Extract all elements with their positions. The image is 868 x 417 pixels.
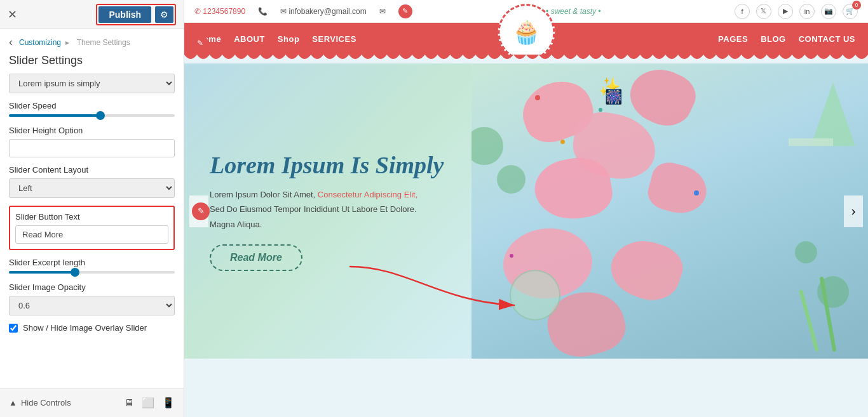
tablet-icon[interactable]: ⬜ (142, 397, 154, 409)
bottom-bar: ▲ Hide Controls 🖥 ⬜ 📱 (0, 388, 184, 417)
slider-opacity-dropdown[interactable]: 0.6 (9, 296, 175, 315)
sprinkle-1 (535, 95, 540, 100)
close-button[interactable]: ✕ (8, 8, 17, 22)
email-icon: ✉ (379, 7, 386, 16)
logo-circle: 🧁 (498, 4, 555, 61)
overlay-checkbox[interactable] (9, 324, 18, 333)
sprinkle-3 (560, 140, 565, 144)
youtube-icon[interactable]: ▶ (778, 4, 793, 19)
site-nav-wrapper: Home ABOUT Shop SERVICES 🧁 • BAKERY • (184, 23, 868, 63)
instagram-icon[interactable]: 📷 (821, 4, 836, 19)
slider-height-input[interactable] (9, 139, 175, 157)
desktop-icon[interactable]: 🖥 (124, 397, 134, 409)
twitter-icon[interactable]: 𝕏 (756, 4, 771, 19)
breadcrumb: Customizing ▸ Theme Settings (19, 38, 133, 47)
panel-scroll-area[interactable]: Lorem ipsum is simply Slider Speed Slide… (0, 74, 184, 388)
cart-icon[interactable]: 🛒 0 (843, 4, 858, 19)
publish-button[interactable]: Publish (98, 6, 151, 23)
slider-layout-dropdown[interactable]: Left (9, 178, 175, 198)
panel-title: Slider Settings (0, 51, 184, 74)
nav-pages[interactable]: PAGES (718, 34, 748, 44)
breadcrumb-separator: ▸ (65, 38, 71, 47)
slider-speed-container: Slider Speed (9, 101, 175, 117)
slider-background: ✨ 🎆 Lorem Ipsum Is Simply Lorem Ipsum Do… (184, 63, 868, 359)
slider-button-label: Slider Button Text (15, 212, 168, 222)
cake-image-area: ✨ 🎆 (471, 63, 868, 359)
slider-excerpt-container: Slider Excerpt length (9, 258, 175, 274)
sprinkle-2 (599, 108, 602, 112)
firework-icon: 🎆 (605, 89, 622, 105)
sprinkle-4 (694, 190, 699, 195)
slider-button-section: Slider Button Text (9, 206, 175, 250)
hide-controls-button[interactable]: ▲ Hide Controls (9, 398, 71, 407)
green-circle-4 (795, 241, 817, 263)
linkedin-icon[interactable]: in (799, 4, 815, 19)
slider-speed-fill (9, 114, 100, 117)
hide-controls-label: Hide Controls (21, 398, 71, 407)
mobile-icon[interactable]: 📱 (162, 397, 175, 409)
site-email: ✉ infobakery@gmail.com (280, 7, 367, 16)
nav-services[interactable]: SERVICES (312, 34, 356, 44)
gear-button[interactable]: ⚙ (155, 6, 173, 23)
publish-area: Publish ⚙ (96, 4, 176, 25)
site-phone: ✆ 1234567890 (194, 7, 245, 16)
overlay-checkbox-row: Show / Hide Image Overlay Slider (9, 323, 175, 333)
back-button[interactable]: ‹ (9, 36, 13, 49)
breadcrumb-theme-settings: Theme Settings (77, 38, 130, 47)
slider-text-highlight: Consectetur Adipiscing Elit, (318, 190, 418, 199)
nav-links-left: Home ABOUT Shop SERVICES (197, 34, 356, 44)
green-circle-1 (471, 127, 503, 165)
cake-piece-5 (644, 159, 712, 220)
edit-circle-icon: ✎ (398, 4, 412, 18)
nav-blog[interactable]: BLOG (761, 34, 786, 44)
slider-dropdown[interactable]: Lorem ipsum is simply (9, 74, 175, 93)
slider-excerpt-track (9, 271, 175, 274)
slider-content: Lorem Ipsum Is Simply Lorem Ipsum Dolor … (210, 151, 444, 272)
cake-piece-7 (604, 231, 689, 308)
read-more-button[interactable]: Read More (210, 244, 302, 271)
nav-wave (184, 55, 868, 63)
slider-speed-track (9, 114, 175, 117)
social-icons: f 𝕏 ▶ in 📷 🛒 0 (735, 4, 858, 19)
party-hat (811, 83, 855, 146)
nav-edit-icon[interactable]: ✎ (192, 35, 208, 51)
top-bar: ✕ Publish ⚙ (0, 0, 184, 29)
nav-links-right: PAGES BLOG CONTACT US (718, 34, 855, 44)
slider-excerpt-label: Slider Excerpt length (9, 258, 175, 267)
overlay-checkbox-label: Show / Hide Image Overlay Slider (23, 323, 147, 333)
left-panel: ✕ Publish ⚙ ‹ Customizing ▸ Theme Settin… (0, 0, 184, 417)
plate (510, 270, 560, 321)
slider-speed-thumb[interactable] (96, 111, 105, 120)
nav-contact[interactable]: CONTACT US (799, 34, 855, 44)
slider-button-input[interactable] (15, 225, 168, 244)
site-nav: Home ABOUT Shop SERVICES 🧁 • BAKERY • (184, 23, 868, 55)
breadcrumb-area: ‹ Customizing ▸ Theme Settings (0, 29, 184, 51)
breadcrumb-customizing[interactable]: Customizing (19, 38, 61, 47)
slider-opacity-label: Slider Image Opacity (9, 282, 175, 292)
facebook-icon[interactable]: f (735, 4, 750, 19)
slider-content-label: Slider Content Layout (9, 165, 175, 175)
slider-speed-label: Slider Speed (9, 101, 175, 110)
slider-excerpt-thumb[interactable] (71, 268, 79, 277)
slider-text-1: Lorem Ipsum Dolor Sit Amet, (210, 190, 315, 199)
sprinkle-5 (510, 254, 513, 258)
slider-text: Lorem Ipsum Dolor Sit Amet, Consectetur … (210, 187, 444, 232)
site-contact-info: ✆ 1234567890 📞 ✉ infobakery@gmail.com ✉ … (194, 4, 412, 18)
nav-about[interactable]: ABOUT (234, 34, 265, 44)
up-arrow-icon: ▲ (9, 398, 17, 407)
straw-2 (799, 289, 819, 352)
slider-excerpt-fill (9, 271, 75, 274)
cupcake-icon: 🧁 (512, 19, 541, 46)
slider-text-3: Magna Aliqua. (210, 220, 262, 229)
nav-shop[interactable]: Shop (278, 34, 300, 44)
slider-heading: Lorem Ipsum Is Simply (210, 151, 444, 180)
green-circle-2 (497, 165, 526, 194)
right-panel: ✆ 1234567890 📞 ✉ infobakery@gmail.com ✉ … (184, 0, 868, 417)
phone-icon: 📞 (258, 7, 268, 16)
cart-badge: 0 (852, 1, 861, 10)
device-icons-group: 🖥 ⬜ 📱 (124, 397, 175, 409)
slider-height-label: Slider Height Option (9, 126, 175, 135)
slider-edit-icon[interactable]: ✎ (192, 202, 210, 220)
slider-area: ✨ 🎆 Lorem Ipsum Is Simply Lorem Ipsum Do… (184, 63, 868, 359)
slider-next-button[interactable]: › (844, 195, 863, 227)
